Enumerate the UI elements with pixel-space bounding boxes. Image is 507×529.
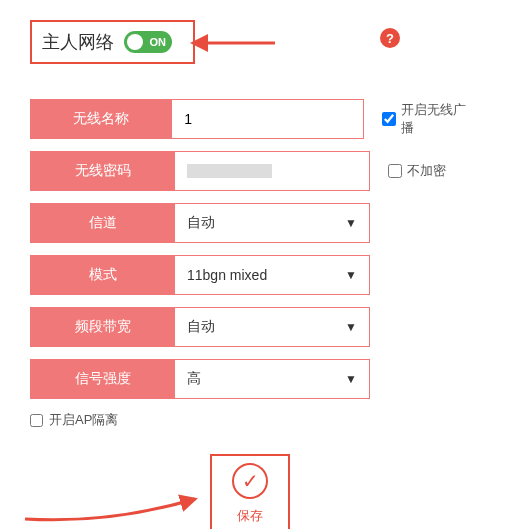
channel-value: 自动 xyxy=(187,214,215,232)
master-network-toggle[interactable]: ON xyxy=(124,31,172,53)
row-channel: 信道 自动 ▼ xyxy=(30,203,477,243)
noencrypt-checkbox[interactable] xyxy=(388,164,402,178)
chevron-down-icon: ▼ xyxy=(345,216,357,230)
label-bandwidth: 频段带宽 xyxy=(30,307,175,347)
signal-select[interactable]: 高 ▼ xyxy=(175,359,370,399)
broadcast-label: 开启无线广播 xyxy=(401,101,477,137)
channel-select[interactable]: 自动 ▼ xyxy=(175,203,370,243)
header-box: 主人网络 ON xyxy=(30,20,195,64)
label-channel: 信道 xyxy=(30,203,175,243)
label-password: 无线密码 xyxy=(30,151,175,191)
input-wrap-ssid xyxy=(172,99,364,139)
toggle-knob xyxy=(127,34,143,50)
mode-select[interactable]: 11bgn mixed ▼ xyxy=(175,255,370,295)
form: 无线名称 开启无线广播 无线密码 不加密 信道 自动 ▼ 模式 11bgn mi… xyxy=(30,99,477,429)
noencrypt-option[interactable]: 不加密 xyxy=(388,162,446,180)
row-bandwidth: 频段带宽 自动 ▼ xyxy=(30,307,477,347)
mode-value: 11bgn mixed xyxy=(187,267,267,283)
toggle-on-label: ON xyxy=(150,36,167,48)
save-label: 保存 xyxy=(237,507,263,525)
label-ssid: 无线名称 xyxy=(30,99,172,139)
ap-isolation-option[interactable]: 开启AP隔离 xyxy=(30,411,477,429)
broadcast-checkbox[interactable] xyxy=(382,112,396,126)
bandwidth-value: 自动 xyxy=(187,318,215,336)
check-icon: ✓ xyxy=(232,463,268,499)
annotation-arrow-top xyxy=(200,35,280,60)
broadcast-option[interactable]: 开启无线广播 xyxy=(382,101,477,137)
label-signal: 信号强度 xyxy=(30,359,175,399)
ssid-input[interactable] xyxy=(184,111,351,127)
chevron-down-icon: ▼ xyxy=(345,372,357,386)
ap-isolation-checkbox[interactable] xyxy=(30,414,43,427)
ap-isolation-label: 开启AP隔离 xyxy=(49,411,118,429)
page-title: 主人网络 xyxy=(42,30,114,54)
signal-value: 高 xyxy=(187,370,201,388)
row-signal: 信号强度 高 ▼ xyxy=(30,359,477,399)
input-wrap-password xyxy=(175,151,370,191)
save-button[interactable]: ✓ 保存 xyxy=(210,454,290,529)
bandwidth-select[interactable]: 自动 ▼ xyxy=(175,307,370,347)
help-icon[interactable]: ? xyxy=(380,28,400,48)
annotation-arrow-bottom xyxy=(20,489,210,529)
password-mask xyxy=(187,164,272,178)
chevron-down-icon: ▼ xyxy=(345,268,357,282)
label-mode: 模式 xyxy=(30,255,175,295)
row-ssid: 无线名称 开启无线广播 xyxy=(30,99,477,139)
row-mode: 模式 11bgn mixed ▼ xyxy=(30,255,477,295)
noencrypt-label: 不加密 xyxy=(407,162,446,180)
chevron-down-icon: ▼ xyxy=(345,320,357,334)
row-password: 无线密码 不加密 xyxy=(30,151,477,191)
